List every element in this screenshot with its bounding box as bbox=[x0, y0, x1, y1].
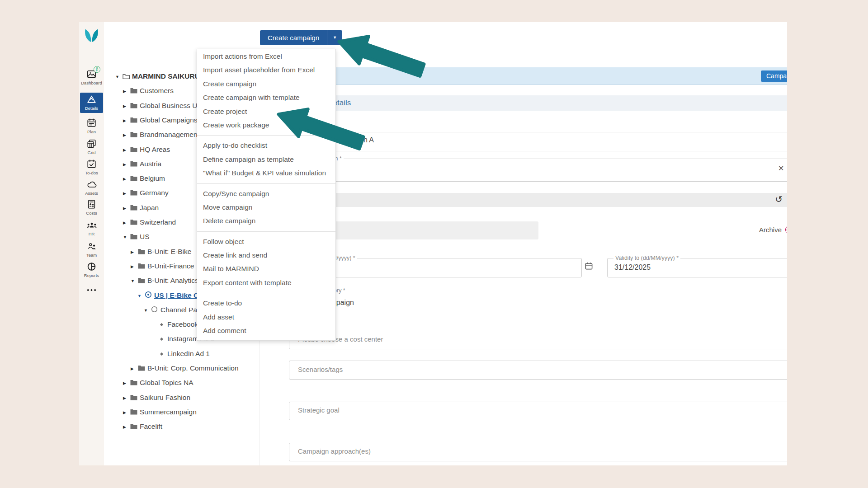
tree-item[interactable]: ▶Global Campaigns bbox=[123, 115, 198, 125]
history-icon[interactable]: ↺ bbox=[775, 194, 783, 205]
campaign-approach-placeholder: Campaign approach(es) bbox=[298, 447, 787, 455]
menu-item[interactable]: Move campaign bbox=[197, 201, 335, 214]
folder-open-icon bbox=[123, 72, 132, 82]
calendar-icon[interactable] bbox=[585, 262, 593, 272]
caret-right-icon[interactable]: ▶ bbox=[123, 145, 130, 155]
tree-item[interactable]: ▶Belgium bbox=[123, 174, 165, 183]
tree-item[interactable]: ▼US bbox=[123, 232, 150, 242]
folder-icon bbox=[130, 174, 140, 184]
tree-item[interactable]: ▶Facelift bbox=[123, 422, 162, 432]
sidebar-item-costs[interactable]: Costs bbox=[79, 199, 104, 216]
caret-right-icon[interactable]: ▶ bbox=[123, 86, 130, 96]
folder-icon bbox=[130, 145, 140, 155]
sidebar-item-todos[interactable]: To-dos bbox=[79, 159, 104, 175]
sidebar-item-assets[interactable]: Assets bbox=[79, 179, 104, 196]
more-icon bbox=[79, 285, 104, 296]
caret-right-icon[interactable]: ▶ bbox=[123, 188, 130, 198]
folder-icon bbox=[130, 393, 140, 403]
strategic-goal-field[interactable]: Strategic goal bbox=[289, 402, 787, 420]
menu-item[interactable]: Copy/Sync campaign bbox=[197, 187, 335, 201]
menu-item[interactable]: Follow object bbox=[197, 235, 335, 249]
menu-item[interactable]: Mail to MARMIND bbox=[197, 262, 335, 276]
banner-campaign-button[interactable]: Campaign bbox=[761, 70, 787, 82]
tree-item[interactable]: ▶B-Unit-Finance bbox=[131, 261, 194, 271]
folder-icon bbox=[138, 276, 147, 286]
menu-item[interactable]: Import asset placeholder from Excel bbox=[197, 63, 335, 77]
menu-item[interactable]: Create link and send bbox=[197, 249, 335, 262]
menu-divider bbox=[197, 183, 335, 184]
menu-item[interactable]: "What if" Budget & KPI value simulation bbox=[197, 166, 335, 180]
caret-right-icon[interactable]: ▶ bbox=[123, 378, 130, 388]
tree-item-label: Switzerland bbox=[140, 218, 176, 226]
menu-item[interactable]: Delete campaign bbox=[197, 214, 335, 228]
tree-item[interactable]: LinkedIn Ad 1 bbox=[160, 349, 210, 359]
tree-item-label: US bbox=[140, 233, 150, 240]
collapsed-panel-bar[interactable]: ↺ bbox=[259, 193, 787, 207]
menu-item[interactable]: Import actions from Excel bbox=[197, 50, 335, 63]
create-campaign-button[interactable]: Create campaign bbox=[260, 30, 327, 45]
caret-right-icon[interactable]: ▶ bbox=[123, 218, 130, 228]
tree-item[interactable]: ▶B-Unit: Corp. Communication bbox=[131, 363, 239, 373]
archive-toggle[interactable] bbox=[785, 226, 787, 234]
caret-right-icon[interactable]: ▶ bbox=[131, 247, 138, 257]
tree-item[interactable]: ▶Japan bbox=[123, 203, 159, 213]
caret-right-icon[interactable]: ▶ bbox=[123, 101, 130, 111]
caret-down-icon[interactable]: ▼ bbox=[115, 72, 123, 82]
menu-item[interactable]: Create campaign bbox=[197, 77, 335, 91]
tree-item[interactable]: ▶Summercampaign bbox=[123, 407, 197, 417]
caret-right-icon[interactable]: ▶ bbox=[123, 130, 130, 140]
sidebar-item-grid[interactable]: Grid bbox=[79, 139, 104, 155]
bullet-icon bbox=[160, 352, 163, 356]
sidebar-item-plan[interactable]: Plan bbox=[79, 118, 104, 134]
validity-to-value[interactable]: 31/12/2025 bbox=[614, 263, 651, 272]
sidebar-item-reports[interactable]: Reports bbox=[79, 262, 104, 278]
caret-down-icon[interactable]: ▼ bbox=[144, 305, 151, 315]
tree-item[interactable]: ▶Switzerland bbox=[123, 217, 176, 227]
caret-right-icon[interactable]: ▶ bbox=[131, 364, 138, 374]
menu-item[interactable]: Add asset bbox=[197, 310, 335, 324]
tree-item[interactable]: ▶HQ Areas bbox=[123, 145, 170, 155]
caret-right-icon[interactable]: ▶ bbox=[131, 262, 138, 272]
tree-item[interactable]: ▶Germany bbox=[123, 188, 169, 198]
cost-center-field[interactable]: Please choose a cost center bbox=[289, 331, 787, 349]
tree-item[interactable]: ▶Global Topics NA bbox=[123, 378, 193, 388]
caret-right-icon[interactable]: ▶ bbox=[123, 160, 130, 169]
next-steps-banner: w steps Campaign bbox=[259, 67, 787, 85]
tree-item[interactable]: ▶B-Unit: E-Bike bbox=[131, 247, 191, 257]
tree-item[interactable]: ▶Brandmanagement bbox=[123, 130, 199, 140]
tree-item[interactable]: ▼MARMIND SAIKURU D bbox=[115, 71, 207, 81]
caret-right-icon[interactable]: ▶ bbox=[123, 393, 130, 403]
scenarios-placeholder: Scenarios/tags bbox=[298, 366, 787, 373]
sidebar-item-more[interactable] bbox=[79, 285, 104, 296]
tree-item-label: B-Unit-Finance bbox=[147, 262, 194, 270]
menu-item[interactable]: Define campaign as template bbox=[197, 153, 335, 166]
sidebar-item-team[interactable]: Team bbox=[79, 241, 104, 258]
menu-item[interactable]: Create to-do bbox=[197, 296, 335, 310]
tree-item[interactable]: ▼B-Unit: Analytics bbox=[131, 276, 198, 286]
caret-right-icon[interactable]: ▶ bbox=[123, 408, 130, 418]
caret-right-icon[interactable]: ▶ bbox=[123, 116, 130, 126]
description-field[interactable] bbox=[289, 159, 787, 182]
caret-down-icon[interactable]: ▼ bbox=[131, 276, 138, 286]
scenarios-field[interactable]: Scenarios/tags bbox=[289, 361, 787, 380]
tree-item[interactable]: ▶Austria bbox=[123, 159, 161, 169]
menu-item[interactable]: Export content with template bbox=[197, 276, 335, 290]
menu-item[interactable]: Add comment bbox=[197, 324, 335, 338]
tree-item-label: B-Unit: E-Bike bbox=[147, 248, 191, 255]
caret-right-icon[interactable]: ▶ bbox=[123, 174, 130, 184]
sidebar-item-hr[interactable]: HR bbox=[79, 220, 104, 236]
sidebar-item-dashboard[interactable]: Dashboardβ bbox=[79, 69, 104, 85]
caret-down-icon[interactable]: ▼ bbox=[137, 291, 145, 301]
clear-description-icon[interactable]: ✕ bbox=[778, 164, 784, 173]
tree-item[interactable]: ▶Saikuru Fashion bbox=[123, 393, 190, 403]
folder-icon bbox=[130, 422, 140, 432]
folder-icon bbox=[130, 232, 140, 242]
tree-item[interactable]: ▶Global Business Units bbox=[123, 101, 208, 111]
menu-item[interactable]: Create campaign with template bbox=[197, 91, 335, 104]
campaign-approach-field[interactable]: Campaign approach(es) bbox=[289, 443, 787, 461]
tree-item[interactable]: ▶Customers bbox=[123, 86, 174, 96]
caret-down-icon[interactable]: ▼ bbox=[123, 232, 130, 242]
caret-right-icon[interactable]: ▶ bbox=[123, 422, 130, 432]
caret-right-icon[interactable]: ▶ bbox=[123, 203, 130, 213]
sidebar-item-details[interactable]: Details bbox=[80, 93, 103, 113]
